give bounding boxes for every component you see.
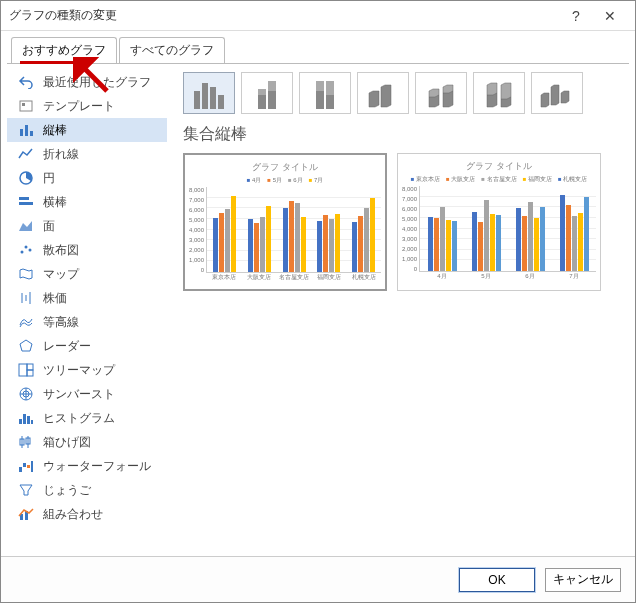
svg-rect-34 bbox=[31, 461, 33, 472]
svg-rect-5 bbox=[30, 131, 33, 136]
boxwhisker-icon bbox=[17, 434, 35, 450]
preview-title: グラフ タイトル bbox=[402, 160, 596, 173]
sidebar-item-label: 縦棒 bbox=[43, 122, 67, 139]
sidebar-item-map[interactable]: マップ bbox=[7, 262, 167, 286]
sidebar-item-radar[interactable]: レーダー bbox=[7, 334, 167, 358]
sidebar-item-template[interactable]: テンプレート bbox=[7, 94, 167, 118]
sidebar-item-area[interactable]: 面 bbox=[7, 214, 167, 238]
sidebar-item-label: ツリーマップ bbox=[43, 362, 115, 379]
sidebar-item-column[interactable]: 縦棒 bbox=[7, 118, 167, 142]
sidebar-item-label: 散布図 bbox=[43, 242, 79, 259]
dialog-body: 最近使用したグラフテンプレート縦棒折れ線円横棒面散布図マップ株価等高線レーダーツ… bbox=[7, 63, 629, 575]
preview-legend: 東京本店大阪支店名古屋支店福岡支店札幌支店 bbox=[402, 175, 596, 184]
sidebar-item-label: 面 bbox=[43, 218, 55, 235]
sidebar-item-label: 最近使用したグラフ bbox=[43, 74, 151, 91]
scatter-icon bbox=[17, 242, 35, 258]
help-button[interactable]: ? bbox=[559, 2, 593, 30]
bar-icon bbox=[17, 194, 35, 210]
histogram-icon bbox=[17, 410, 35, 426]
subtype-3d-stacked-column[interactable] bbox=[415, 72, 467, 114]
sidebar-item-line[interactable]: 折れ線 bbox=[7, 142, 167, 166]
svg-rect-16 bbox=[19, 364, 27, 376]
sidebar-item-label: 折れ線 bbox=[43, 146, 79, 163]
preview-legend: 4月5月6月7月 bbox=[189, 176, 381, 185]
ok-button[interactable]: OK bbox=[459, 568, 535, 592]
svg-rect-4 bbox=[25, 125, 28, 136]
chart-preview-2[interactable]: グラフ タイトル東京本店大阪支店名古屋支店福岡支店札幌支店8,0007,0006… bbox=[397, 153, 601, 291]
tab-label: おすすめグラフ bbox=[22, 43, 106, 57]
svg-marker-15 bbox=[20, 340, 32, 351]
pie-icon bbox=[17, 170, 35, 186]
line-icon bbox=[17, 146, 35, 162]
sidebar-item-label: マップ bbox=[43, 266, 79, 283]
svg-rect-32 bbox=[23, 463, 26, 467]
subtype-3d-clustered-column[interactable] bbox=[357, 72, 409, 114]
subtype-row bbox=[183, 72, 617, 114]
waterfall-icon bbox=[17, 458, 35, 474]
funnel-icon bbox=[17, 482, 35, 498]
svg-rect-26 bbox=[31, 420, 33, 424]
sidebar-item-funnel[interactable]: じょうご bbox=[7, 478, 167, 502]
sidebar-item-label: 等高線 bbox=[43, 314, 79, 331]
svg-rect-23 bbox=[19, 419, 22, 424]
close-button[interactable]: ✕ bbox=[593, 2, 627, 30]
sidebar-item-label: 横棒 bbox=[43, 194, 67, 211]
sidebar-item-label: ヒストグラム bbox=[43, 410, 115, 427]
chart-category-list: 最近使用したグラフテンプレート縦棒折れ線円横棒面散布図マップ株価等高線レーダーツ… bbox=[7, 64, 167, 575]
sidebar-item-combo[interactable]: 組み合わせ bbox=[7, 502, 167, 526]
svg-rect-24 bbox=[23, 414, 26, 424]
preview-title: グラフ タイトル bbox=[189, 161, 381, 174]
svg-rect-8 bbox=[19, 202, 33, 205]
sidebar-item-boxwhisker[interactable]: 箱ひげ図 bbox=[7, 430, 167, 454]
template-icon bbox=[17, 98, 35, 114]
radar-icon bbox=[17, 338, 35, 354]
sidebar-item-label: レーダー bbox=[43, 338, 91, 355]
subtype-clustered-column[interactable] bbox=[183, 72, 235, 114]
sidebar-item-sunburst[interactable]: サンバースト bbox=[7, 382, 167, 406]
tab-all[interactable]: すべてのグラフ bbox=[119, 37, 225, 63]
sidebar-item-pie[interactable]: 円 bbox=[7, 166, 167, 190]
svg-rect-31 bbox=[19, 467, 22, 472]
chart-type-title: 集合縦棒 bbox=[183, 124, 617, 145]
subtype-100-stacked-column[interactable] bbox=[299, 72, 351, 114]
sidebar-item-label: サンバースト bbox=[43, 386, 115, 403]
sidebar-item-histogram[interactable]: ヒストグラム bbox=[7, 406, 167, 430]
sidebar-item-stock[interactable]: 株価 bbox=[7, 286, 167, 310]
cancel-button[interactable]: キャンセル bbox=[545, 568, 621, 592]
tab-recommended[interactable]: おすすめグラフ bbox=[11, 37, 117, 63]
sidebar-item-label: 箱ひげ図 bbox=[43, 434, 91, 451]
area-icon bbox=[17, 218, 35, 234]
dialog-footer: OK キャンセル bbox=[1, 556, 635, 602]
preview-row: グラフ タイトル4月5月6月7月8,0007,0006,0005,0004,00… bbox=[183, 153, 617, 291]
surface-icon bbox=[17, 314, 35, 330]
subtype-3d-100-stacked-column[interactable] bbox=[473, 72, 525, 114]
column-icon bbox=[17, 122, 35, 138]
sidebar-item-label: 組み合わせ bbox=[43, 506, 103, 523]
svg-rect-2 bbox=[22, 103, 25, 106]
svg-rect-25 bbox=[27, 416, 30, 424]
sidebar-item-surface[interactable]: 等高線 bbox=[7, 310, 167, 334]
sidebar-item-waterfall[interactable]: ウォーターフォール bbox=[7, 454, 167, 478]
sidebar-item-bar[interactable]: 横棒 bbox=[7, 190, 167, 214]
combo-icon bbox=[17, 506, 35, 522]
tab-label: すべてのグラフ bbox=[130, 43, 214, 57]
window-title: グラフの種類の変更 bbox=[9, 7, 559, 24]
subtype-3d-column[interactable] bbox=[531, 72, 583, 114]
svg-rect-1 bbox=[20, 101, 32, 111]
treemap-icon bbox=[17, 362, 35, 378]
chart-preview-1[interactable]: グラフ タイトル4月5月6月7月8,0007,0006,0005,0004,00… bbox=[183, 153, 387, 291]
svg-point-9 bbox=[21, 251, 24, 254]
svg-rect-18 bbox=[27, 370, 33, 376]
sidebar-item-label: ウォーターフォール bbox=[43, 458, 151, 475]
sidebar-item-label: 円 bbox=[43, 170, 55, 187]
map-icon bbox=[17, 266, 35, 282]
sidebar-item-scatter[interactable]: 散布図 bbox=[7, 238, 167, 262]
svg-rect-33 bbox=[27, 465, 30, 468]
svg-point-10 bbox=[25, 246, 28, 249]
sidebar-item-undo[interactable]: 最近使用したグラフ bbox=[7, 70, 167, 94]
sidebar-item-treemap[interactable]: ツリーマップ bbox=[7, 358, 167, 382]
svg-rect-17 bbox=[27, 364, 33, 370]
subtype-stacked-column[interactable] bbox=[241, 72, 293, 114]
sidebar-item-label: テンプレート bbox=[43, 98, 115, 115]
title-bar: グラフの種類の変更 ? ✕ bbox=[1, 1, 635, 31]
